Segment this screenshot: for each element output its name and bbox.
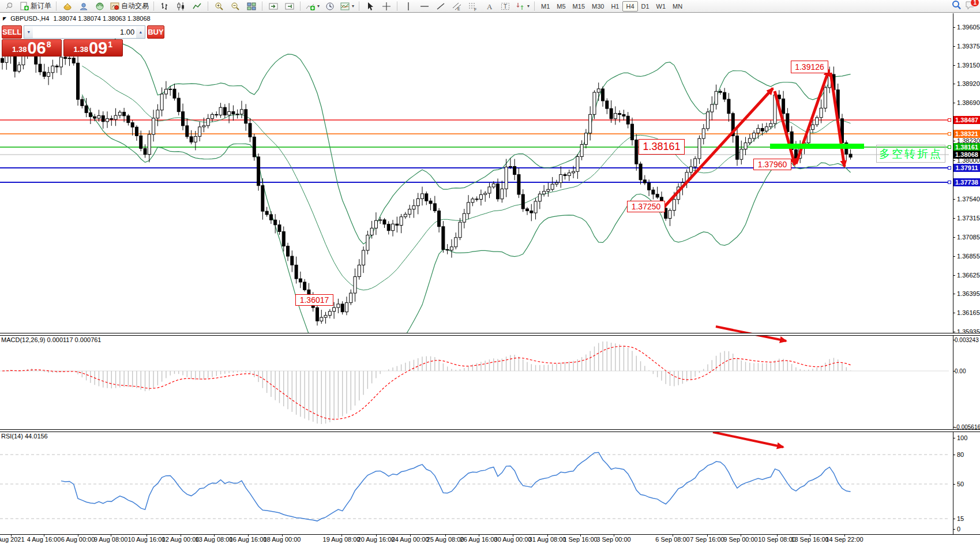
trendline-button[interactable] xyxy=(433,0,449,13)
community-button[interactable] xyxy=(76,0,92,13)
time-axis-label: 10 Sep 08:00 xyxy=(758,536,795,543)
buy-price-display[interactable]: 1.38 09 1 xyxy=(63,39,123,57)
time-axis-label: 25 Aug 08:00 xyxy=(427,536,464,543)
crosshair-button[interactable] xyxy=(378,0,395,13)
timeframe-mn-button[interactable]: MN xyxy=(669,1,686,12)
equidistant-channel-button[interactable]: E xyxy=(449,0,465,13)
timeframe-m15-button[interactable]: M15 xyxy=(569,1,588,12)
time-axis-label: 9 Sep 00:00 xyxy=(723,536,757,543)
price-level-tag: 1.38321 xyxy=(953,130,980,138)
line-anchor-square[interactable] xyxy=(948,132,951,136)
time-axis-label: 12 Aug 00:00 xyxy=(162,536,200,543)
rsi-axis-label: 50 xyxy=(957,481,964,487)
chart-canvas[interactable] xyxy=(0,0,980,544)
buy-button[interactable]: BUY xyxy=(147,25,164,39)
zoom-out-button[interactable] xyxy=(227,0,243,13)
line-anchor-square[interactable] xyxy=(948,181,951,184)
cursor-button[interactable] xyxy=(362,0,378,13)
price-callout[interactable]: 1.39126 xyxy=(791,61,828,73)
gold-button[interactable] xyxy=(59,0,76,13)
price-axis-tick xyxy=(953,256,955,257)
time-axis-label: 10 Aug 16:00 xyxy=(128,536,166,543)
price-axis-tick xyxy=(953,218,955,219)
macd-pane-separator[interactable] xyxy=(0,333,980,336)
chart-fragment-button[interactable] xyxy=(1,0,17,13)
time-axis-label: 24 Aug 00:00 xyxy=(392,536,429,543)
dropdown-caret-icon: ▾ xyxy=(317,3,320,9)
timeframe-m30-button[interactable]: M30 xyxy=(588,1,607,12)
templates-button[interactable]: ▾ xyxy=(338,0,356,13)
rsi-axis-tick xyxy=(953,529,955,530)
timeframe-h1-button[interactable]: H1 xyxy=(607,1,622,12)
notifications-icon[interactable]: 1 xyxy=(965,1,975,12)
timeframe-m1-button[interactable]: M1 xyxy=(538,1,553,12)
buy-price-sup: 1 xyxy=(108,40,112,49)
volume-increase-button[interactable]: ▲ xyxy=(136,26,145,38)
price-callout[interactable]: 1.38161 xyxy=(639,139,685,155)
mt4-window: { "toolbar": { "buttons": [ {"name":"cha… xyxy=(0,0,980,544)
svg-text:E: E xyxy=(457,7,460,11)
chart-shift-button[interactable] xyxy=(265,0,281,13)
time-axis-label: 26 Aug 16:00 xyxy=(460,536,498,543)
community-icon xyxy=(79,2,88,11)
price-axis-tick xyxy=(953,27,955,28)
rsi-axis-label: 80 xyxy=(957,451,964,458)
horizontal-line-button[interactable] xyxy=(416,0,433,13)
line-anchor-square[interactable] xyxy=(948,145,951,149)
line-chart-button[interactable] xyxy=(189,0,205,13)
timeframe-h4-button[interactable]: H4 xyxy=(622,1,637,12)
sell-price-sup: 8 xyxy=(47,40,51,49)
volume-input[interactable] xyxy=(33,26,136,38)
volume-stepper: ▼ ▲ xyxy=(24,25,145,39)
chart-autoscroll-button[interactable] xyxy=(281,0,298,13)
arrows-icon xyxy=(516,2,525,11)
text-label-button[interactable]: T xyxy=(497,0,513,13)
price-axis-tick xyxy=(953,46,955,47)
time-axis-label: 30 Aug 00:00 xyxy=(494,536,532,543)
search-icon[interactable] xyxy=(952,0,962,12)
signals-button[interactable] xyxy=(92,0,108,13)
auto-trading-label: 自动交易 xyxy=(121,1,149,11)
new-order-label: 新订单 xyxy=(31,1,51,11)
sell-price-big: 06 xyxy=(27,40,46,56)
candle-chart-button[interactable] xyxy=(173,0,189,13)
timeframe-d1-button[interactable]: D1 xyxy=(638,1,653,12)
tile-windows-button[interactable] xyxy=(243,0,260,13)
line-anchor-square[interactable] xyxy=(948,166,951,170)
sell-button[interactable]: SELL xyxy=(2,25,22,39)
toolbar-separator xyxy=(153,2,155,10)
new-order-icon xyxy=(20,2,29,11)
sell-price-display[interactable]: 1.38 06 8 xyxy=(2,39,62,57)
add-indicator-button[interactable]: ▾ xyxy=(303,0,322,13)
fibonacci-button[interactable]: F xyxy=(465,0,481,13)
equidistant-channel-icon: E xyxy=(452,2,461,11)
price-level-tag: 1.38161 xyxy=(953,143,980,151)
volume-decrease-button[interactable]: ▼ xyxy=(24,26,33,38)
svg-text:T: T xyxy=(504,3,507,10)
support-zone-bar[interactable] xyxy=(770,144,864,149)
line-anchor-square[interactable] xyxy=(948,118,951,122)
auto-trading-button[interactable]: 自动交易 xyxy=(108,0,151,13)
line-chart-icon xyxy=(193,2,202,11)
text-button[interactable]: A xyxy=(481,0,497,13)
turning-point-note[interactable]: 多空转折点 xyxy=(876,145,945,163)
zoom-in-button[interactable] xyxy=(211,0,227,13)
price-callout[interactable]: 1.37250 xyxy=(627,201,665,212)
vertical-line-button[interactable] xyxy=(400,0,416,13)
chart-fragment-icon xyxy=(6,2,12,11)
new-order-button[interactable]: 新订单 xyxy=(17,0,54,13)
rsi-pane-separator[interactable] xyxy=(0,429,980,432)
price-axis-tick xyxy=(953,237,955,238)
periods-button[interactable] xyxy=(322,0,338,13)
timeframe-m5-button[interactable]: M5 xyxy=(553,1,569,12)
price-callout[interactable]: 1.37960 xyxy=(753,159,791,170)
macd-axis-label: 0.003243 xyxy=(955,337,979,343)
bar-chart-button[interactable] xyxy=(157,0,173,13)
toolbar-separator xyxy=(56,2,57,10)
arrows-button[interactable]: ▾ xyxy=(513,0,532,13)
gold-icon xyxy=(63,2,72,11)
timeframe-w1-button[interactable]: W1 xyxy=(653,1,670,12)
trend-arrows[interactable] xyxy=(664,70,844,447)
main-toolbar: 新订单自动交易▾▾EFAT▾M1M5M15M30H1H4D1W1MN1 xyxy=(0,0,980,13)
price-callout[interactable]: 1.36017 xyxy=(295,294,333,306)
